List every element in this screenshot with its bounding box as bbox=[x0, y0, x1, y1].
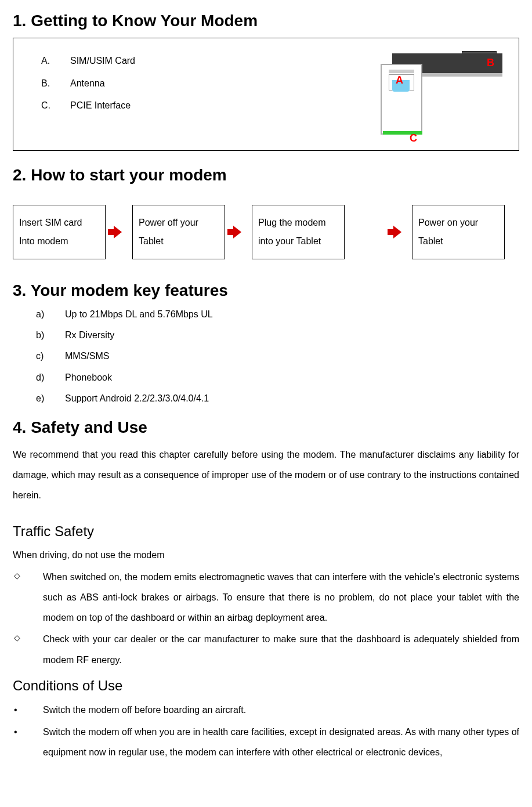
list-item: C. PCIE Interface bbox=[41, 99, 135, 112]
item-text: Support Android 2.2/2.3/3.0/4.0/4.1 bbox=[65, 392, 209, 405]
item-text: When switched on, the modem emits electr… bbox=[43, 567, 519, 628]
diamond-bullet-icon: ◇ bbox=[13, 567, 43, 628]
diagram-label-b: B bbox=[487, 56, 494, 70]
arrow-icon bbox=[391, 205, 406, 259]
conditions-list: • Switch the modem off before boarding a… bbox=[13, 700, 519, 762]
item-text: PCIE Interface bbox=[70, 99, 131, 112]
list-item: • Switch the modem off before boarding a… bbox=[13, 700, 519, 720]
features-list: a) Up to 21Mbps DL and 5.76Mbps UL b) Rx… bbox=[13, 308, 519, 406]
safety-intro: We recommend that you read this chapter … bbox=[13, 444, 519, 506]
section-1-heading: 1. Getting to Know Your Modem bbox=[13, 9, 519, 32]
arrow-icon bbox=[111, 205, 126, 259]
flow-step-1: Insert SIM card Into modem bbox=[13, 205, 106, 259]
list-item: d) Phonebook bbox=[36, 371, 519, 384]
item-text: Rx Diversity bbox=[65, 329, 114, 342]
modem-diagram: A B C bbox=[381, 49, 497, 139]
list-item: ◇ Check with your car dealer or the car … bbox=[13, 629, 519, 670]
item-text: MMS/SMS bbox=[65, 350, 109, 363]
list-item: A. SIM/USIM Card bbox=[41, 55, 135, 67]
list-item: a) Up to 21Mbps DL and 5.76Mbps UL bbox=[36, 308, 519, 321]
item-text: Antenna bbox=[70, 77, 105, 90]
item-letter: b) bbox=[36, 329, 65, 342]
item-letter: a) bbox=[36, 308, 65, 321]
flow-step-3: Plug the modem into your Tablet bbox=[252, 205, 345, 259]
item-text: Check with your car dealer or the car ma… bbox=[43, 629, 519, 670]
section-1-box: A. SIM/USIM Card B. Antenna C. PCIE Inte… bbox=[13, 38, 519, 151]
bullet-icon: • bbox=[13, 700, 43, 720]
modem-parts-list: A. SIM/USIM Card B. Antenna C. PCIE Inte… bbox=[30, 49, 135, 121]
item-text: Up to 21Mbps DL and 5.76Mbps UL bbox=[65, 308, 213, 321]
list-item: e) Support Android 2.2/2.3/3.0/4.0/4.1 bbox=[36, 392, 519, 405]
arrow-icon bbox=[231, 205, 246, 259]
item-letter: c) bbox=[36, 350, 65, 363]
item-letter: d) bbox=[36, 371, 65, 384]
list-item: b) Rx Diversity bbox=[36, 329, 519, 342]
section-3-heading: 3. Your modem key features bbox=[13, 279, 519, 302]
item-text: Phonebook bbox=[65, 371, 112, 384]
list-item: ◇ When switched on, the modem emits elec… bbox=[13, 567, 519, 628]
traffic-safety-heading: Traffic Safety bbox=[13, 522, 519, 541]
item-letter: e) bbox=[36, 392, 65, 405]
list-item: B. Antenna bbox=[41, 77, 135, 90]
section-2-heading: 2. How to start your modem bbox=[13, 164, 519, 186]
flow-step-4: Power on your Tablet bbox=[412, 205, 505, 259]
start-modem-flow: Insert SIM card Into modem Power off you… bbox=[13, 205, 519, 259]
item-letter: B. bbox=[41, 77, 70, 90]
traffic-safety-intro: When driving, do not use the modem bbox=[13, 546, 519, 564]
item-text: Switch the modem off before boarding an … bbox=[43, 700, 519, 720]
item-letter: C. bbox=[41, 99, 70, 112]
traffic-safety-list: ◇ When switched on, the modem emits elec… bbox=[13, 567, 519, 670]
diamond-bullet-icon: ◇ bbox=[13, 629, 43, 670]
diagram-label-a: A bbox=[396, 73, 403, 88]
conditions-heading: Conditions of Use bbox=[13, 676, 519, 696]
item-letter: A. bbox=[41, 55, 70, 67]
flow-step-2: Power off your Tablet bbox=[132, 205, 225, 259]
item-text: Switch the modem off when you are in hea… bbox=[43, 722, 519, 762]
section-4-heading: 4. Safety and Use bbox=[13, 416, 519, 439]
diagram-label-c: C bbox=[410, 131, 417, 146]
item-text: SIM/USIM Card bbox=[70, 55, 135, 67]
bullet-icon: • bbox=[13, 722, 43, 762]
list-item: c) MMS/SMS bbox=[36, 350, 519, 363]
list-item: • Switch the modem off when you are in h… bbox=[13, 722, 519, 762]
